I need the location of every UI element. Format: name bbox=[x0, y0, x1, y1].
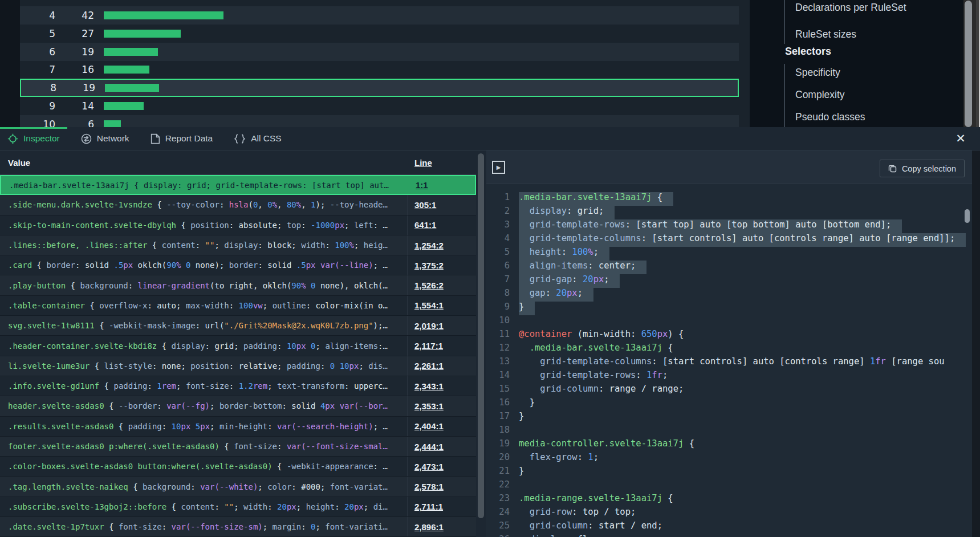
code-line-number: 14 bbox=[486, 370, 519, 384]
rule-line-link[interactable]: 1,554:1 bbox=[408, 300, 444, 310]
sidebar-group-line bbox=[784, 64, 785, 127]
table-row[interactable]: .play-button { background: linear-gradie… bbox=[0, 275, 476, 295]
sidebar-item-pseudo-classes[interactable]: Pseudo classes bbox=[795, 111, 865, 123]
chart-row[interactable]: 106 bbox=[20, 115, 739, 127]
sidebar-section-selectors: Selectors bbox=[785, 46, 831, 58]
rule-line-link[interactable]: 305:1 bbox=[408, 200, 436, 210]
table-row[interactable]: .color-boxes.svelte-asdas0 button:where(… bbox=[0, 457, 476, 477]
rule-line-link[interactable]: 1:1 bbox=[409, 180, 428, 190]
column-header-line: Line bbox=[408, 158, 432, 168]
rule-line-link[interactable]: 2,444:1 bbox=[408, 442, 444, 451]
chart-row[interactable]: 619 bbox=[20, 43, 739, 61]
code-line-number: 5 bbox=[486, 247, 519, 261]
code-line: 5 height: 100%; bbox=[486, 247, 972, 261]
chart-row-index: 6 bbox=[20, 46, 55, 58]
table-scrollbar[interactable] bbox=[476, 150, 486, 537]
chart-row[interactable]: 914 bbox=[20, 97, 739, 115]
rule-line-link[interactable]: 2,343:1 bbox=[408, 381, 444, 391]
page-scrollbar-thumb[interactable] bbox=[965, 1, 972, 127]
table-row[interactable]: .tag.length.svelte-naikeq { background: … bbox=[0, 477, 476, 497]
rule-line-link[interactable]: 1,526:2 bbox=[408, 280, 444, 290]
rule-line-link[interactable]: 2,404:1 bbox=[408, 421, 444, 431]
tab-inspector[interactable]: Inspector bbox=[0, 127, 74, 150]
code-line-number: 6 bbox=[486, 261, 519, 274]
code-text: grid-column: start / end; bbox=[519, 520, 662, 534]
tab-network[interactable]: Network bbox=[74, 127, 143, 150]
code-text-selected: grid-template-rows: [start top] auto [to… bbox=[519, 219, 902, 233]
code-editor[interactable]: 1.media-bar.svelte-13aai7j { 2 display: … bbox=[486, 185, 972, 537]
code-text-selected: grid-template-columns: [start controls] … bbox=[519, 233, 966, 247]
code-text: } bbox=[519, 466, 524, 479]
chart-row[interactable]: 716 bbox=[20, 60, 739, 79]
rule-value-cell: .media-bar.svelte-13aai7j { display: gri… bbox=[1, 176, 409, 194]
rule-line-link[interactable]: 2,578:1 bbox=[408, 482, 444, 491]
code-line: 24 grid-row: top / top; bbox=[486, 507, 972, 520]
rule-line-link[interactable]: 641:1 bbox=[408, 220, 436, 230]
chart-row-index: 10 bbox=[20, 119, 55, 127]
sidebar-item-specificity[interactable]: Specificity bbox=[795, 67, 840, 79]
code-line: 17} bbox=[486, 411, 972, 425]
code-line-number: 16 bbox=[486, 397, 519, 411]
code-text-selected: height: 100%; bbox=[519, 247, 609, 261]
copy-selection-button[interactable]: Copy selection bbox=[880, 160, 965, 177]
sidebar-item-declarations-per-ruleset[interactable]: Declarations per RuleSet bbox=[795, 2, 906, 14]
table-row[interactable]: .table-container { overflow-x: auto; max… bbox=[0, 296, 476, 316]
rule-value-cell: li.svelte-1ume3ur { list-style: none; po… bbox=[0, 356, 408, 376]
sidebar-item-ruleset-sizes[interactable]: RuleSet sizes bbox=[795, 29, 856, 40]
page-scrollbar[interactable] bbox=[963, 0, 976, 127]
rule-line-link[interactable]: 2,353:1 bbox=[408, 401, 444, 411]
table-row[interactable]: .card { border: solid .5px oklch(90% 0 n… bbox=[0, 255, 476, 275]
rule-line-link[interactable]: 2,117:1 bbox=[408, 341, 443, 351]
table-row[interactable]: .date.svelte-1p7tuxr { font-size: var(--… bbox=[0, 517, 476, 537]
table-row[interactable]: .info.svelte-gd1unf { padding: 1rem; fon… bbox=[0, 376, 476, 396]
rule-value-cell: .lines::before, .lines::after { content:… bbox=[0, 235, 408, 255]
table-row[interactable]: .side-menu.dark.svelte-1vsndze { --toy-c… bbox=[0, 195, 476, 215]
code-scrollbar-thumb[interactable] bbox=[965, 209, 970, 223]
chart-row[interactable]: 442 bbox=[20, 6, 739, 25]
code-line-number: 23 bbox=[486, 493, 519, 507]
code-line: 16 } bbox=[486, 397, 972, 411]
code-line: 6 align-items: center; bbox=[486, 261, 972, 274]
sidebar-item-complexity[interactable]: Complexity bbox=[795, 89, 845, 101]
rule-line-link[interactable]: 2,711:1 bbox=[408, 502, 443, 511]
table-row[interactable]: svg.svelte-1tw8111 { -webkit-mask-image:… bbox=[0, 316, 476, 336]
table-row[interactable]: .header-container.svelte-kbdi8z { displa… bbox=[0, 336, 476, 356]
code-line: 26 display: fl bbox=[486, 534, 972, 537]
chart-row[interactable]: 819 bbox=[20, 79, 739, 97]
code-line-number: 4 bbox=[486, 233, 519, 247]
chart-row-value: 19 bbox=[55, 46, 94, 58]
code-text: } bbox=[519, 397, 535, 411]
table-row[interactable]: .skip-to-main-content.svelte-dbylqh { po… bbox=[0, 215, 476, 235]
table-row[interactable]: .media-bar.svelte-13aai7j { display: gri… bbox=[0, 175, 476, 195]
rule-line-link[interactable]: 2,019:1 bbox=[408, 321, 444, 331]
rule-line-link[interactable]: 1,375:2 bbox=[408, 261, 444, 270]
rule-value-cell: .table-container { overflow-x: auto; max… bbox=[0, 296, 408, 315]
table-row[interactable]: .subscribe.svelte-13gboj2::before { cont… bbox=[0, 497, 476, 517]
chart-row-index: 8 bbox=[21, 82, 56, 93]
rule-line-link[interactable]: 2,261:1 bbox=[408, 361, 444, 371]
code-text: flex-grow: 1; bbox=[519, 452, 599, 466]
rule-value-cell: header.svelte-asdas0 { --border: var(--f… bbox=[0, 396, 408, 416]
rule-line-link[interactable]: 2,473:1 bbox=[408, 462, 444, 471]
table-row[interactable]: li.svelte-1ume3ur { list-style: none; po… bbox=[0, 356, 476, 376]
rule-line-link[interactable]: 1,254:2 bbox=[408, 241, 444, 250]
chart-row[interactable]: 527 bbox=[20, 25, 739, 43]
tab-all-css[interactable]: All CSS bbox=[226, 127, 295, 150]
rule-value-cell: .results.svelte-asdas0 { padding: 10px 5… bbox=[0, 417, 408, 436]
code-line-number: 20 bbox=[486, 452, 519, 466]
table-scrollbar-thumb[interactable] bbox=[478, 153, 484, 518]
network-icon bbox=[81, 133, 92, 144]
table-row[interactable]: header.svelte-asdas0 { --border: var(--f… bbox=[0, 396, 476, 416]
table-row[interactable]: .results.svelte-asdas0 { padding: 10px 5… bbox=[0, 417, 476, 437]
table-row[interactable]: footer.svelte-asdas0 p:where(.svelte-asd… bbox=[0, 437, 476, 457]
rule-value-cell: .header-container.svelte-kbdi8z { displa… bbox=[0, 336, 408, 355]
code-line-number: 15 bbox=[486, 384, 519, 397]
rule-line-link[interactable]: 2,896:1 bbox=[408, 522, 444, 532]
table-row[interactable]: .lines::before, .lines::after { content:… bbox=[0, 235, 476, 255]
close-panel-button[interactable]: ✕ bbox=[953, 131, 968, 146]
expand-sidebar-icon[interactable]: ▶ bbox=[492, 161, 505, 174]
tab-report-data[interactable]: Report Data bbox=[143, 127, 227, 150]
column-header-value: Value bbox=[0, 158, 408, 168]
chart-row-value: 27 bbox=[55, 28, 94, 39]
code-line: 21} bbox=[486, 466, 972, 479]
